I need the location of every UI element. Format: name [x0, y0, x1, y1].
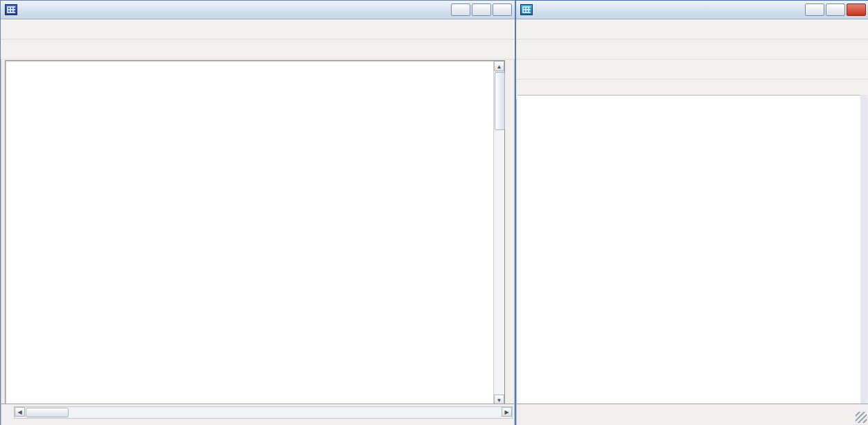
minimize-button[interactable]: [451, 3, 470, 16]
plot-side-strip: [860, 95, 867, 408]
schematic-tabbar: ◀ ▶: [1, 404, 514, 425]
analysis-tabbar: [517, 404, 868, 425]
schematic-titlebar[interactable]: [1, 1, 515, 19]
schematic-drawing: [6, 61, 493, 404]
schematic-main-toolbar: [1, 19, 515, 39]
schematic-window: ▲ ▼ ◀ ▶: [0, 0, 515, 425]
minimize-button[interactable]: [805, 3, 824, 16]
analysis-titlebar[interactable]: [516, 1, 868, 19]
plot-pane[interactable]: [517, 95, 860, 408]
vscroll-thumb[interactable]: [495, 72, 505, 130]
schematic-hscrollbar[interactable]: ◀ ▶: [14, 406, 513, 419]
resize-grip[interactable]: [856, 412, 867, 423]
close-button[interactable]: [493, 3, 512, 16]
analysis-toolbar-3: [516, 60, 868, 80]
analysis-toolbar-1: [516, 19, 868, 39]
schematic-edit-toolbar: [1, 39, 515, 60]
schematic-canvas[interactable]: ▲ ▼: [5, 60, 505, 406]
scroll-left-icon[interactable]: ◀: [15, 407, 25, 417]
scroll-up-icon[interactable]: ▲: [494, 61, 504, 71]
analysis-toolbar-2: [516, 39, 868, 60]
analysis-plots: [517, 96, 860, 408]
schematic-vscrollbar[interactable]: ▲ ▼: [493, 61, 504, 405]
analysis-app-icon: [520, 4, 533, 15]
close-button[interactable]: [847, 3, 866, 16]
mc9-app-icon: [5, 4, 17, 15]
desktop: ▲ ▼ ◀ ▶: [0, 0, 868, 425]
maximize-button[interactable]: [472, 3, 491, 16]
maximize-button[interactable]: [826, 3, 845, 16]
analysis-window: [515, 0, 868, 425]
hscroll-thumb[interactable]: [26, 408, 69, 417]
scroll-right-icon[interactable]: ▶: [502, 407, 512, 417]
